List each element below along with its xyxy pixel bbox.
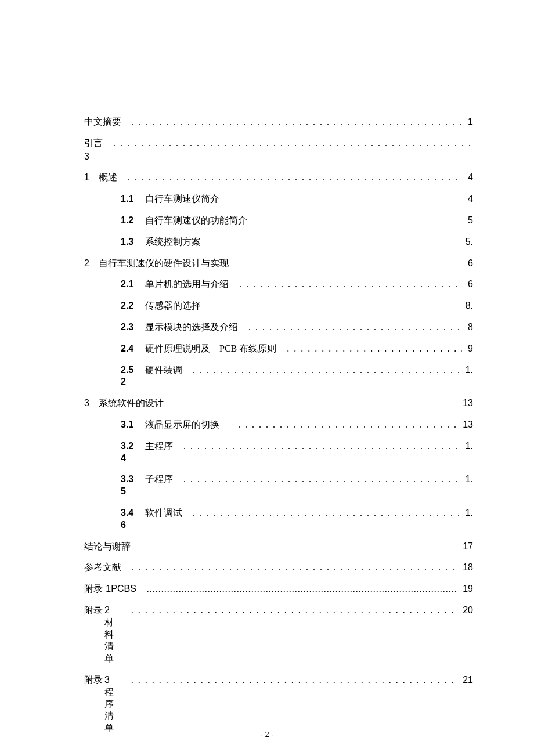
toc-entry-c33: 3.3 5 子程序 . . . . . . . . . . . . . . . … (84, 473, 473, 498)
toc-label: 附录 (84, 605, 103, 617)
toc-title: 自行车测速仪的功能简介 (145, 215, 247, 227)
toc-leader: . . . . . . . . . . . . . . . . . . . . … (248, 321, 462, 334)
toc-entry-app1: 附录 1PCBS ...............................… (84, 583, 473, 595)
toc-entry-c25: 2.5 2 硬件装调 . . . . . . . . . . . . . . .… (84, 364, 473, 389)
toc-leader: . . . . . . . . . . . . . . . . . . . . … (131, 605, 457, 617)
toc-sub-num: 2.2 (121, 300, 145, 312)
toc-title: 主程序 (145, 440, 173, 453)
toc-title: 概述 (99, 172, 117, 184)
toc-leader: . . . . . . . . . . . . . . . . . . . . … (132, 116, 462, 128)
toc-page: 4 (464, 193, 473, 205)
toc-page: 6 (464, 278, 473, 291)
toc-sub-num: 2.1 (121, 278, 145, 291)
toc-page: 21 (459, 674, 473, 686)
toc-title: 系统控制方案 (145, 236, 201, 248)
toc-page: 17 (459, 541, 473, 553)
toc-leader: . . . . . . . . . . . . . . . . . . . . … (128, 172, 462, 184)
toc-sub-num: 1.1 (121, 193, 145, 205)
toc-leader: . . . . . . . . . . . . . . . . . . . . … (287, 343, 462, 355)
toc-leader: . . . . . . . . . . . . . . . . . . . . … (238, 419, 457, 431)
toc-page: 1. (462, 507, 473, 519)
toc-entry-intro: 引言 . . . . . . . . . . . . . . . . . . .… (84, 138, 473, 150)
toc-page: 8. (462, 300, 473, 312)
toc-title: 自行车测速仪简介 (145, 193, 219, 205)
toc-title: 子程序 (145, 473, 173, 486)
page: 中文摘要 . . . . . . . . . . . . . . . . . .… (0, 0, 534, 756)
toc-sub-num: 3.1 (121, 419, 145, 431)
toc-sub-num: 2.3 (121, 321, 145, 334)
toc-chapter-num: 2 (84, 258, 89, 270)
toc-chapter-num: 3 (84, 397, 89, 410)
toc-entry-c12: 1.2 自行车测速仪的功能简介 5 (84, 215, 473, 227)
toc-label: 结论与谢辞 (84, 541, 131, 553)
toc-entry-c11: 1.1 自行车测速仪简介 4 (84, 193, 473, 205)
toc-page: 1. (462, 473, 473, 486)
toc-entry-c21: 2.1 单片机的选用与介绍 . . . . . . . . . . . . . … (84, 278, 473, 291)
toc-page: 19 (459, 583, 473, 595)
toc-sub-num: 3.2 4 (121, 440, 145, 465)
toc-label: 引言 (84, 138, 103, 150)
toc-title: 硬件装调 (145, 364, 182, 377)
toc-appendix-tag: 2 材料清单 (104, 605, 121, 665)
toc-page: 18 (459, 562, 473, 574)
toc-title: 系统软件的设计 (99, 397, 164, 410)
toc-entry-app2: 附录 2 材料清单 . . . . . . . . . . . . . . . … (84, 605, 473, 665)
toc-leader: . . . . . . . . . . . . . . . . . . . . … (193, 507, 460, 519)
toc-page: 9 (464, 343, 473, 355)
toc-page: 5 (464, 215, 473, 227)
toc-entry-c23: 2.3 显示模块的选择及介绍 . . . . . . . . . . . . .… (84, 321, 473, 334)
toc-page: 1. (462, 440, 473, 453)
toc-title: 单片机的选用与介绍 (145, 278, 229, 291)
toc-page: 13 (459, 419, 473, 431)
toc-leader: . . . . . . . . . . . . . . . . . . . . … (239, 278, 462, 291)
toc-sub-num: 1.2 (121, 215, 145, 227)
page-footer: - 2 - (0, 730, 534, 739)
toc-leader: ........................................… (147, 583, 457, 595)
toc-entry-abstract: 中文摘要 . . . . . . . . . . . . . . . . . .… (84, 116, 473, 128)
toc-leader: . . . . . . . . . . . . . . . . . . . . … (183, 440, 460, 453)
toc-page: 8 (464, 321, 473, 334)
toc-sub-num: 2.4 (121, 343, 145, 355)
toc-entry-c31: 3.1 液晶显示屏的切换 . . . . . . . . . . . . . .… (84, 419, 473, 431)
toc-title: 液晶显示屏的切换 (145, 419, 219, 431)
toc-sub-num: 2.5 2 (121, 364, 145, 389)
toc-entry-c1: 1 概述 . . . . . . . . . . . . . . . . . .… (84, 172, 473, 184)
toc-entry-c3: 3 系统软件的设计 13 (84, 397, 473, 410)
toc-entry-c34: 3.4 6 软件调试 . . . . . . . . . . . . . . .… (84, 507, 473, 531)
toc-page: 20 (459, 605, 473, 617)
toc-entry-c22: 2.2 传感器的选择 8. (84, 300, 473, 312)
toc-page: 4 (464, 172, 473, 184)
toc-sub-num: 3.4 6 (121, 507, 145, 531)
toc-page: 3 (84, 151, 89, 163)
toc-title: 硬件原理说明及 PCB 布线原则 (145, 343, 276, 355)
toc-entry-refs: 参考文献 . . . . . . . . . . . . . . . . . .… (84, 562, 473, 574)
toc-title: 软件调试 (145, 507, 182, 519)
toc-sub-num: 1.3 (121, 236, 145, 248)
toc-label: 附录 (84, 674, 103, 686)
toc-chapter-num: 1 (84, 172, 89, 184)
toc-label: 附录 (84, 583, 103, 595)
toc-entry-c24: 2.4 硬件原理说明及 PCB 布线原则 . . . . . . . . . .… (84, 343, 473, 355)
toc-appendix-tag: 3 程序清单 (104, 674, 121, 735)
toc-leader: . . . . . . . . . . . . . . . . . . . . … (183, 473, 460, 486)
toc-page: 6 (464, 258, 473, 270)
toc-leader: . . . . . . . . . . . . . . . . . . . . … (131, 674, 457, 686)
toc-entry-intro-page: 3 (84, 151, 473, 163)
toc-page: 5. (462, 236, 473, 248)
toc-leader: . . . . . . . . . . . . . . . . . . . . … (193, 364, 460, 377)
toc-entry-conclude: 结论与谢辞 17 (84, 541, 473, 553)
toc-page: 1 (464, 116, 473, 128)
toc-label: 参考文献 (84, 562, 121, 574)
toc-entry-c32: 3.2 4 主程序 . . . . . . . . . . . . . . . … (84, 440, 473, 465)
toc-title: 传感器的选择 (145, 300, 201, 312)
toc-sub-num: 3.3 5 (121, 473, 145, 498)
toc-page: 13 (459, 397, 473, 410)
toc-leader: . . . . . . . . . . . . . . . . . . . . … (132, 562, 457, 574)
toc-appendix-tag: 1PCBS (106, 583, 136, 595)
toc-title: 显示模块的选择及介绍 (145, 321, 238, 334)
toc-entry-app3: 附录 3 程序清单 . . . . . . . . . . . . . . . … (84, 674, 473, 735)
toc-page: 1. (462, 364, 473, 377)
toc-title: 自行车测速仪的硬件设计与实现 (99, 258, 229, 270)
toc-entry-c2: 2 自行车测速仪的硬件设计与实现 6 (84, 258, 473, 270)
toc-entry-c13: 1.3 系统控制方案 5. (84, 236, 473, 248)
